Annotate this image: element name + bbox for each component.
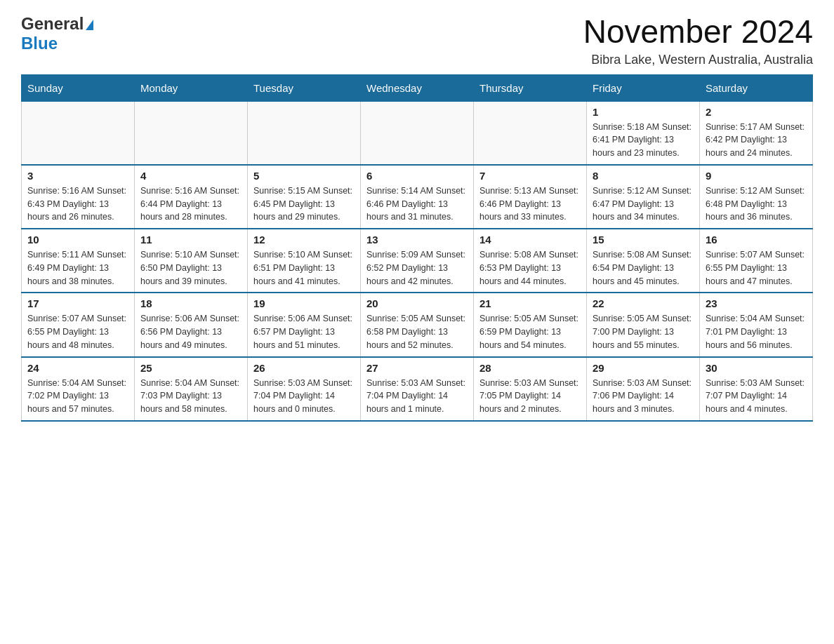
day-info: Sunrise: 5:04 AM Sunset: 7:01 PM Dayligh… xyxy=(706,312,807,351)
day-number: 30 xyxy=(706,362,807,374)
day-info: Sunrise: 5:12 AM Sunset: 6:47 PM Dayligh… xyxy=(593,185,694,224)
day-info: Sunrise: 5:06 AM Sunset: 6:56 PM Dayligh… xyxy=(140,312,241,351)
day-number: 28 xyxy=(479,362,581,374)
day-info: Sunrise: 5:04 AM Sunset: 7:03 PM Dayligh… xyxy=(140,377,241,416)
calendar-cell: 9Sunrise: 5:12 AM Sunset: 6:48 PM Daylig… xyxy=(700,165,813,229)
calendar-header-sunday: Sunday xyxy=(22,74,135,101)
calendar-cell xyxy=(361,101,474,165)
day-number: 6 xyxy=(366,170,468,182)
calendar-cell xyxy=(135,101,248,165)
calendar-cell: 6Sunrise: 5:14 AM Sunset: 6:46 PM Daylig… xyxy=(361,165,474,229)
calendar-week-2: 3Sunrise: 5:16 AM Sunset: 6:43 PM Daylig… xyxy=(22,165,813,229)
day-number: 9 xyxy=(706,170,807,182)
calendar-cell: 22Sunrise: 5:05 AM Sunset: 7:00 PM Dayli… xyxy=(587,293,700,356)
calendar-cell: 30Sunrise: 5:03 AM Sunset: 7:07 PM Dayli… xyxy=(700,357,813,421)
day-info: Sunrise: 5:04 AM Sunset: 7:02 PM Dayligh… xyxy=(27,377,128,416)
calendar-cell: 12Sunrise: 5:10 AM Sunset: 6:51 PM Dayli… xyxy=(248,229,361,293)
day-number: 15 xyxy=(593,234,694,246)
day-info: Sunrise: 5:16 AM Sunset: 6:44 PM Dayligh… xyxy=(140,185,241,224)
calendar-cell: 3Sunrise: 5:16 AM Sunset: 6:43 PM Daylig… xyxy=(22,165,135,229)
day-info: Sunrise: 5:16 AM Sunset: 6:43 PM Dayligh… xyxy=(27,185,128,224)
day-info: Sunrise: 5:15 AM Sunset: 6:45 PM Dayligh… xyxy=(253,185,355,224)
calendar-cell: 18Sunrise: 5:06 AM Sunset: 6:56 PM Dayli… xyxy=(135,293,248,356)
day-number: 19 xyxy=(253,297,355,309)
day-info: Sunrise: 5:10 AM Sunset: 6:50 PM Dayligh… xyxy=(140,248,241,288)
calendar-cell: 21Sunrise: 5:05 AM Sunset: 6:59 PM Dayli… xyxy=(474,293,587,356)
day-number: 13 xyxy=(366,234,468,246)
day-info: Sunrise: 5:14 AM Sunset: 6:46 PM Dayligh… xyxy=(366,185,468,224)
calendar-cell: 26Sunrise: 5:03 AM Sunset: 7:04 PM Dayli… xyxy=(248,357,361,421)
calendar-cell: 8Sunrise: 5:12 AM Sunset: 6:47 PM Daylig… xyxy=(587,165,700,229)
day-info: Sunrise: 5:10 AM Sunset: 6:51 PM Dayligh… xyxy=(253,248,355,288)
day-number: 21 xyxy=(479,297,581,309)
calendar-header-saturday: Saturday xyxy=(700,74,813,101)
logo-blue-text: Blue xyxy=(21,34,58,53)
day-number: 18 xyxy=(140,297,241,309)
calendar-cell: 20Sunrise: 5:05 AM Sunset: 6:58 PM Dayli… xyxy=(361,293,474,356)
day-info: Sunrise: 5:18 AM Sunset: 6:41 PM Dayligh… xyxy=(593,121,694,160)
calendar-cell: 14Sunrise: 5:08 AM Sunset: 6:53 PM Dayli… xyxy=(474,229,587,293)
calendar-week-5: 24Sunrise: 5:04 AM Sunset: 7:02 PM Dayli… xyxy=(22,357,813,421)
page-title: November 2024 xyxy=(583,14,813,50)
calendar-table: SundayMondayTuesdayWednesdayThursdayFrid… xyxy=(21,74,813,422)
calendar-header-tuesday: Tuesday xyxy=(248,74,361,101)
calendar-cell: 25Sunrise: 5:04 AM Sunset: 7:03 PM Dayli… xyxy=(135,357,248,421)
day-number: 4 xyxy=(140,170,241,182)
header: General Blue November 2024 Bibra Lake, W… xyxy=(21,14,813,67)
calendar-cell: 13Sunrise: 5:09 AM Sunset: 6:52 PM Dayli… xyxy=(361,229,474,293)
title-area: November 2024 Bibra Lake, Western Austra… xyxy=(583,14,813,67)
day-number: 2 xyxy=(706,106,807,118)
day-info: Sunrise: 5:07 AM Sunset: 6:55 PM Dayligh… xyxy=(706,248,807,288)
day-info: Sunrise: 5:06 AM Sunset: 6:57 PM Dayligh… xyxy=(253,312,355,351)
day-info: Sunrise: 5:05 AM Sunset: 6:58 PM Dayligh… xyxy=(366,312,468,351)
calendar-week-4: 17Sunrise: 5:07 AM Sunset: 6:55 PM Dayli… xyxy=(22,293,813,356)
day-number: 25 xyxy=(140,362,241,374)
calendar-cell: 24Sunrise: 5:04 AM Sunset: 7:02 PM Dayli… xyxy=(22,357,135,421)
calendar-cell: 27Sunrise: 5:03 AM Sunset: 7:04 PM Dayli… xyxy=(361,357,474,421)
day-info: Sunrise: 5:07 AM Sunset: 6:55 PM Dayligh… xyxy=(27,312,128,351)
calendar-header-wednesday: Wednesday xyxy=(361,74,474,101)
calendar-header-monday: Monday xyxy=(135,74,248,101)
calendar-cell xyxy=(474,101,587,165)
calendar-cell: 2Sunrise: 5:17 AM Sunset: 6:42 PM Daylig… xyxy=(700,101,813,165)
calendar-cell: 29Sunrise: 5:03 AM Sunset: 7:06 PM Dayli… xyxy=(587,357,700,421)
day-number: 29 xyxy=(593,362,694,374)
day-number: 24 xyxy=(27,362,128,374)
day-info: Sunrise: 5:03 AM Sunset: 7:04 PM Dayligh… xyxy=(366,377,468,416)
day-info: Sunrise: 5:13 AM Sunset: 6:46 PM Dayligh… xyxy=(479,185,581,224)
logo-triangle-icon xyxy=(86,20,93,30)
day-number: 7 xyxy=(479,170,581,182)
day-info: Sunrise: 5:08 AM Sunset: 6:53 PM Dayligh… xyxy=(479,248,581,288)
day-info: Sunrise: 5:11 AM Sunset: 6:49 PM Dayligh… xyxy=(27,248,128,288)
day-info: Sunrise: 5:03 AM Sunset: 7:04 PM Dayligh… xyxy=(253,377,355,416)
logo: General Blue xyxy=(21,14,93,53)
calendar-cell xyxy=(22,101,135,165)
day-number: 8 xyxy=(593,170,694,182)
day-number: 26 xyxy=(253,362,355,374)
calendar-cell: 7Sunrise: 5:13 AM Sunset: 6:46 PM Daylig… xyxy=(474,165,587,229)
calendar-cell: 11Sunrise: 5:10 AM Sunset: 6:50 PM Dayli… xyxy=(135,229,248,293)
day-number: 12 xyxy=(253,234,355,246)
day-info: Sunrise: 5:05 AM Sunset: 7:00 PM Dayligh… xyxy=(593,312,694,351)
calendar-header-thursday: Thursday xyxy=(474,74,587,101)
day-number: 3 xyxy=(27,170,128,182)
calendar-cell: 1Sunrise: 5:18 AM Sunset: 6:41 PM Daylig… xyxy=(587,101,700,165)
calendar-cell: 28Sunrise: 5:03 AM Sunset: 7:05 PM Dayli… xyxy=(474,357,587,421)
day-number: 5 xyxy=(253,170,355,182)
day-info: Sunrise: 5:03 AM Sunset: 7:07 PM Dayligh… xyxy=(706,377,807,416)
day-number: 1 xyxy=(593,106,694,118)
calendar-cell: 23Sunrise: 5:04 AM Sunset: 7:01 PM Dayli… xyxy=(700,293,813,356)
calendar-header-row: SundayMondayTuesdayWednesdayThursdayFrid… xyxy=(22,74,813,101)
day-number: 11 xyxy=(140,234,241,246)
day-info: Sunrise: 5:08 AM Sunset: 6:54 PM Dayligh… xyxy=(593,248,694,288)
day-info: Sunrise: 5:12 AM Sunset: 6:48 PM Dayligh… xyxy=(706,185,807,224)
day-info: Sunrise: 5:03 AM Sunset: 7:06 PM Dayligh… xyxy=(593,377,694,416)
calendar-cell: 5Sunrise: 5:15 AM Sunset: 6:45 PM Daylig… xyxy=(248,165,361,229)
day-info: Sunrise: 5:05 AM Sunset: 6:59 PM Dayligh… xyxy=(479,312,581,351)
day-number: 14 xyxy=(479,234,581,246)
day-number: 17 xyxy=(27,297,128,309)
day-info: Sunrise: 5:09 AM Sunset: 6:52 PM Dayligh… xyxy=(366,248,468,288)
calendar-cell: 19Sunrise: 5:06 AM Sunset: 6:57 PM Dayli… xyxy=(248,293,361,356)
calendar-cell: 15Sunrise: 5:08 AM Sunset: 6:54 PM Dayli… xyxy=(587,229,700,293)
calendar-cell: 16Sunrise: 5:07 AM Sunset: 6:55 PM Dayli… xyxy=(700,229,813,293)
